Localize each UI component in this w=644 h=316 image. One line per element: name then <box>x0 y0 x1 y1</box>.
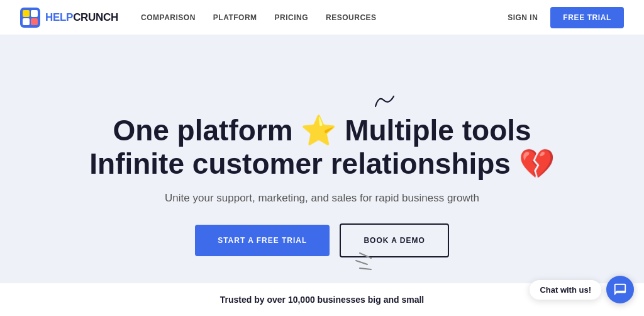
logo-text: HELPCRUNCH <box>45 11 118 24</box>
chat-widget: Chat with us! <box>530 276 634 303</box>
nav-platform[interactable]: PLATFORM <box>213 13 257 22</box>
navbar-left: HELPCRUNCH COMPARISON PLATFORM PRICING R… <box>20 8 377 28</box>
sign-in-button[interactable]: SIGN IN <box>508 13 538 22</box>
free-trial-nav-button[interactable]: FREE TRIAL <box>550 7 624 28</box>
hero-title: One platform ⭐ Multiple tools Infinite c… <box>89 114 554 181</box>
svg-line-6 <box>356 261 367 264</box>
svg-rect-2 <box>31 10 38 17</box>
logo[interactable]: HELPCRUNCH <box>20 8 118 28</box>
chat-icon <box>613 283 627 296</box>
chat-open-button[interactable] <box>606 276 634 303</box>
svg-rect-4 <box>31 18 38 25</box>
svg-line-5 <box>360 253 371 258</box>
nav-links: COMPARISON PLATFORM PRICING RESOURCES <box>141 13 377 22</box>
hero-buttons: START A FREE TRIAL BOOK A DEMO <box>195 223 449 257</box>
svg-rect-3 <box>23 18 30 25</box>
navbar-right: SIGN IN FREE TRIAL <box>508 7 624 28</box>
nav-resources[interactable]: RESOURCES <box>326 13 377 22</box>
start-trial-button[interactable]: START A FREE TRIAL <box>195 225 330 256</box>
svg-line-7 <box>360 268 371 269</box>
deco-squiggle-top <box>372 93 397 110</box>
trusted-text: Trusted by over 10,000 businesses big an… <box>220 295 424 305</box>
hero-title-line1: One platform ⭐ Multiple tools <box>89 114 554 147</box>
svg-rect-1 <box>23 10 30 17</box>
navbar: HELPCRUNCH COMPARISON PLATFORM PRICING R… <box>0 0 644 35</box>
hero-subtitle: Unite your support, marketing, and sales… <box>165 192 479 205</box>
chat-label[interactable]: Chat with us! <box>530 280 601 300</box>
hero-section: One platform ⭐ Multiple tools Infinite c… <box>0 35 644 316</box>
logo-icon <box>20 8 40 28</box>
nav-comparison[interactable]: COMPARISON <box>141 13 196 22</box>
hero-title-line2: Infinite customer relationships 💔 <box>89 147 554 181</box>
deco-dashes <box>341 252 372 271</box>
nav-pricing[interactable]: PRICING <box>275 13 309 22</box>
